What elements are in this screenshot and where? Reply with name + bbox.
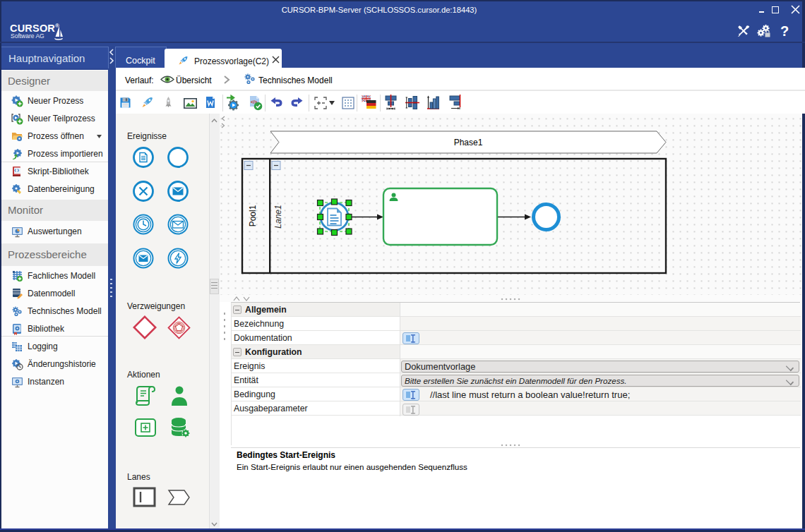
svg-text:Pool1: Pool1 <box>248 205 258 226</box>
svg-text:Phase1: Phase1 <box>454 138 483 147</box>
svg-text:Lane1: Lane1 <box>273 205 283 228</box>
